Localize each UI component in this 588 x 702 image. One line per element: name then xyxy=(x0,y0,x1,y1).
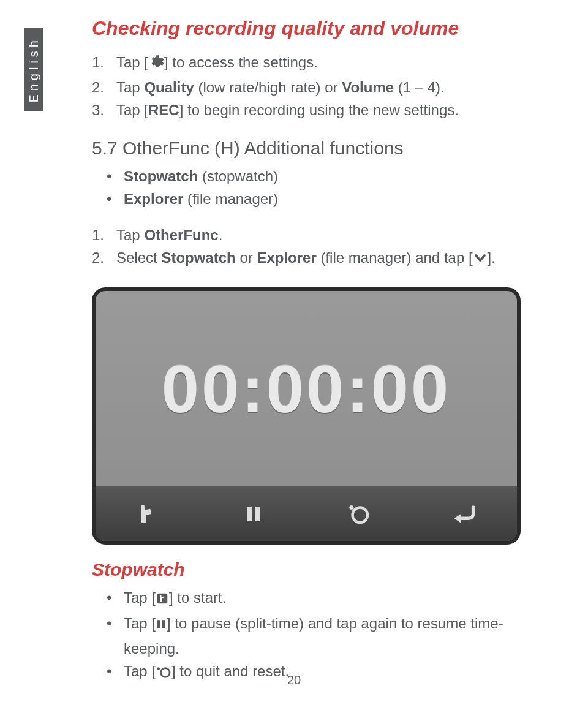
section-title-otherfunc: 5.7 OtherFunc (H) Additional functions xyxy=(92,138,533,159)
text: ] to start. xyxy=(169,589,226,606)
svg-rect-5 xyxy=(157,620,160,628)
svg-rect-6 xyxy=(162,620,165,628)
text: ] to pause (split-time) and tap again to… xyxy=(124,615,503,657)
bullet-explorer: Explorer (file manager) xyxy=(107,187,533,210)
text: Tap [ xyxy=(116,54,148,70)
text: ] to access the settings. xyxy=(164,54,318,70)
text: ] to begin recording using the new setti… xyxy=(179,102,459,118)
return-icon[interactable] xyxy=(446,496,483,532)
svg-point-8 xyxy=(157,667,160,670)
step-1: 1. Tap [] to access the settings. xyxy=(92,51,533,76)
svg-rect-0 xyxy=(247,507,252,521)
steps-otherfunc: 1. Tap OtherFunc. 2. Select Stopwatch or… xyxy=(92,224,533,271)
step-number: 1. xyxy=(92,224,109,246)
text-bold: Explorer xyxy=(257,249,316,266)
text-bold: Stopwatch xyxy=(161,249,235,266)
text: (low rate/high rate) or xyxy=(194,79,342,96)
pause-icon[interactable] xyxy=(235,496,272,532)
svg-point-3 xyxy=(349,505,353,510)
text: . xyxy=(219,227,223,243)
start-flag-icon[interactable] xyxy=(130,496,167,532)
page-number: 20 xyxy=(0,673,588,687)
text: Tap [ xyxy=(124,615,156,632)
step-text: Tap Quality (low rate/high rate) or Volu… xyxy=(116,76,445,99)
step-text: Tap [] to access the settings. xyxy=(116,51,318,76)
stopwatch-bullets: Tap [] to start. Tap [] to pause (split-… xyxy=(92,586,533,685)
stopwatch-time: 00:00:00 xyxy=(162,350,451,428)
step-number: 2. xyxy=(92,76,109,99)
step-number: 2. xyxy=(92,246,109,271)
text: (file manager) xyxy=(183,191,278,207)
step-3: 3. Tap [REC] to begin recording using th… xyxy=(92,99,533,121)
text: Tap xyxy=(116,227,144,243)
svg-rect-1 xyxy=(255,507,260,521)
heading-recording-quality: Checking recording quality and volume xyxy=(92,17,533,40)
bullet-start: Tap [] to start. xyxy=(107,586,533,611)
step-number: 3. xyxy=(92,99,109,121)
step-2: 2. Tap Quality (low rate/high rate) or V… xyxy=(92,76,533,99)
text-bold: Volume xyxy=(342,79,394,96)
language-tab: English xyxy=(24,28,43,111)
step-1: 1. Tap OtherFunc. xyxy=(92,224,533,246)
rec-label: REC xyxy=(148,102,179,118)
text-bold: OtherFunc xyxy=(144,227,218,243)
svg-rect-4 xyxy=(157,594,168,604)
text: Tap [ xyxy=(124,589,156,606)
text: (1 – 4). xyxy=(394,79,445,96)
step-text: Select Stopwatch or Explorer (file manag… xyxy=(116,246,496,271)
heading-stopwatch: Stopwatch xyxy=(92,559,533,580)
step-2: 2. Select Stopwatch or Explorer (file ma… xyxy=(92,246,533,271)
text-bold: Quality xyxy=(144,79,194,96)
device-screenshot: 00:00:00 xyxy=(92,287,521,545)
step-number: 1. xyxy=(92,51,109,76)
text: Select xyxy=(116,249,161,266)
settings-gear-icon xyxy=(148,53,164,76)
device-toolbar xyxy=(96,486,517,542)
text-bold: Stopwatch xyxy=(124,168,198,184)
bullet-pause: Tap [] to pause (split-time) and tap aga… xyxy=(107,612,533,660)
start-flag-icon xyxy=(156,589,169,611)
text: ]. xyxy=(488,249,496,266)
text: (stopwatch) xyxy=(198,168,278,184)
chevron-down-icon xyxy=(473,249,488,271)
pause-bars-icon xyxy=(156,614,167,637)
text: (file manager) and tap [ xyxy=(317,249,473,266)
step-text: Tap OtherFunc. xyxy=(116,224,222,246)
text: Tap [ xyxy=(116,102,148,118)
text-bold: Explorer xyxy=(124,191,183,207)
device-display: 00:00:00 xyxy=(96,291,517,486)
svg-point-2 xyxy=(353,507,368,523)
reset-circle-icon[interactable] xyxy=(341,496,377,532)
text: or xyxy=(236,249,257,266)
bullet-stopwatch: Stopwatch (stopwatch) xyxy=(107,165,533,187)
step-text: Tap [REC] to begin recording using the n… xyxy=(116,99,459,121)
steps-recording-quality: 1. Tap [] to access the settings. 2. Tap… xyxy=(92,51,533,122)
text: Tap xyxy=(116,79,144,96)
otherfunc-bullets: Stopwatch (stopwatch) Explorer (file man… xyxy=(92,165,533,210)
